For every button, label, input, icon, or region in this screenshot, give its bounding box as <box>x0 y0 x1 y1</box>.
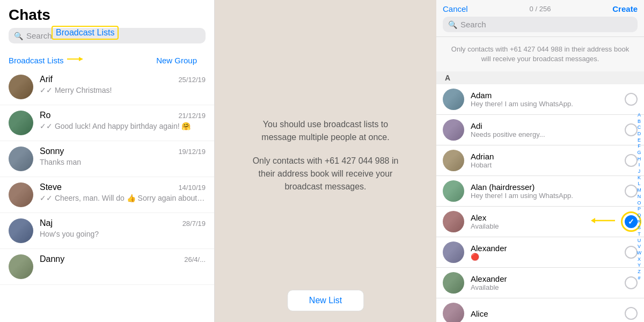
contact-name-adi: Adi <box>471 121 620 130</box>
chat-item-steve[interactable]: Steve 14/10/19 ✓✓ Cheers, man. Will do 👍… <box>0 177 214 213</box>
alpha-letter-d[interactable]: D <box>638 131 641 137</box>
alpha-letter-b[interactable]: B <box>638 119 641 125</box>
chat-content-arif: Arif 25/12/19 ✓✓ Merry Christmas! <box>40 75 206 94</box>
broadcast-label-wrapper: Broadcast Lists <box>9 55 83 65</box>
contact-status-adrian: Hobart <box>471 161 620 169</box>
contact-item-alice[interactable]: Alice <box>436 298 644 322</box>
chat-time-danny: 26/4/... <box>184 255 206 264</box>
alpha-letter-i[interactable]: I <box>639 162 640 169</box>
avatar-alice <box>443 303 464 322</box>
broadcast-annotation-label: Broadcast Lists <box>56 28 114 37</box>
alpha-letter-w[interactable]: W <box>637 250 642 257</box>
right-notice: Only contacts with +61 427 044 988 in th… <box>436 37 644 71</box>
avatar-ro <box>9 111 33 135</box>
chat-name-steve: Steve <box>40 182 62 192</box>
chat-name-ro: Ro <box>40 111 50 120</box>
alpha-letter-z[interactable]: Z <box>638 269 641 275</box>
broadcast-lists-link[interactable]: Broadcast Lists <box>9 56 64 65</box>
alpha-letter-n[interactable]: N <box>638 194 641 200</box>
alpha-letter-c[interactable]: C <box>638 125 641 131</box>
avatar-adi <box>443 119 464 141</box>
alpha-letter-j[interactable]: J <box>638 169 641 175</box>
contact-item-alex[interactable]: Alex Available ✓ <box>436 207 644 237</box>
section-letter-a: A <box>436 71 644 84</box>
avatar-sonny <box>9 147 33 171</box>
chat-time-arif: 25/12/19 <box>178 76 206 84</box>
new-group-link[interactable]: New Group <box>156 56 197 65</box>
right-search-bar[interactable]: 🔍 Search <box>443 17 638 32</box>
chat-item-sonny[interactable]: Sonny 19/12/19 Thanks man <box>0 141 214 177</box>
alpha-letter-u[interactable]: U <box>638 238 641 244</box>
chat-content-naj: Naj 28/7/19 How's you going? <box>40 218 206 238</box>
chat-content-ro: Ro 21/12/19 ✓✓ Good luck! And happy birt… <box>40 111 206 130</box>
broadcast-row: Broadcast Lists New Group <box>9 53 206 69</box>
alpha-letter-r[interactable]: R <box>638 219 641 225</box>
alpha-letter-a[interactable]: A <box>638 112 641 119</box>
search-icon: 🔍 <box>14 32 23 40</box>
contact-item-alexander1[interactable]: Alexander 🔴 <box>436 237 644 268</box>
alpha-letter-y[interactable]: Y <box>638 262 641 269</box>
chat-time-ro: 21/12/19 <box>178 112 206 120</box>
chat-name-row-danny: Danny 26/4/... <box>40 254 206 264</box>
chat-name-danny: Danny <box>40 254 64 264</box>
right-top-row: Cancel 0 / 256 Create <box>443 4 638 13</box>
alpha-letter-o[interactable]: O <box>637 200 641 207</box>
contact-info-adi: Adi Needs positive energy... <box>471 121 620 138</box>
contact-status-alexander1: 🔴 <box>471 253 620 261</box>
avatar-adrian <box>443 150 464 171</box>
right-search-placeholder: Search <box>460 20 486 29</box>
alpha-letter-q[interactable]: Q <box>637 213 641 219</box>
broadcast-lists-annotation: Broadcast Lists <box>52 26 119 40</box>
avatar-naj <box>9 218 33 243</box>
alpha-letter-l[interactable]: L <box>638 181 640 187</box>
right-header: Cancel 0 / 256 Create 🔍 Search <box>436 0 644 37</box>
alpha-letter-#[interactable]: # <box>638 275 640 282</box>
avatar-steve <box>9 182 33 207</box>
contact-info-adam: Adam Hey there! I am using WhatsApp. <box>471 91 620 108</box>
checkmark-icon: ✓ <box>628 218 634 225</box>
left-panel: Chats 🔍 Search Broadcast Lists Broadcast… <box>0 0 215 322</box>
cancel-button[interactable]: Cancel <box>443 4 468 13</box>
chat-preview-arif: ✓✓ Merry Christmas! <box>40 86 206 94</box>
right-panel: Cancel 0 / 256 Create 🔍 Search Only cont… <box>436 0 644 322</box>
contact-item-alexander2[interactable]: Alexander Available <box>436 268 644 298</box>
alpha-letter-h[interactable]: H <box>638 156 641 163</box>
chat-item-naj[interactable]: Naj 28/7/19 How's you going? <box>0 213 214 249</box>
chat-name-row-ro: Ro 21/12/19 <box>40 111 206 120</box>
contact-status-adi: Needs positive energy... <box>471 130 620 138</box>
contact-status-alexander2: Available <box>471 283 620 291</box>
chat-content-steve: Steve 14/10/19 ✓✓ Cheers, man. Will do 👍… <box>40 182 206 202</box>
middle-panel: You should use broadcast lists to messag… <box>215 0 436 322</box>
chat-name-sonny: Sonny <box>40 147 64 156</box>
alpha-letter-t[interactable]: T <box>638 231 641 238</box>
chat-item-danny[interactable]: Danny 26/4/... <box>0 249 214 285</box>
contact-item-adi[interactable]: Adi Needs positive energy... <box>436 115 644 145</box>
alpha-letter-v[interactable]: V <box>638 244 641 250</box>
alpha-letter-p[interactable]: P <box>638 206 641 213</box>
chat-name-row-steve: Steve 14/10/19 <box>40 182 206 192</box>
contact-status-alex: Available <box>471 222 620 230</box>
alpha-index[interactable]: ABCDEFGHIJKLMNOPQRSTUVWXYZ# <box>634 71 644 322</box>
alpha-letter-k[interactable]: K <box>638 175 641 181</box>
alpha-letter-f[interactable]: F <box>638 143 641 150</box>
alpha-letter-g[interactable]: G <box>637 150 641 156</box>
avatar-alan <box>443 180 464 202</box>
char-count: 0 / 256 <box>530 5 551 13</box>
alpha-letter-s[interactable]: S <box>638 225 641 231</box>
chat-list: Arif 25/12/19 ✓✓ Merry Christmas! Ro 21/… <box>0 69 214 322</box>
alpha-letter-m[interactable]: M <box>637 187 641 194</box>
create-button[interactable]: Create <box>612 4 638 13</box>
new-list-button[interactable]: New List <box>287 290 364 311</box>
chat-name-row-naj: Naj 28/7/19 <box>40 218 206 228</box>
chat-preview-sonny: Thanks man <box>40 158 206 166</box>
contact-item-adrian[interactable]: Adrian Hobart <box>436 145 644 176</box>
contact-name-alex: Alex <box>471 213 620 222</box>
chat-item-arif[interactable]: Arif 25/12/19 ✓✓ Merry Christmas! <box>0 69 214 105</box>
alpha-letter-x[interactable]: X <box>638 257 641 263</box>
contact-info-alexander1: Alexander 🔴 <box>471 244 620 261</box>
contact-item-alan[interactable]: Alan (hairdresser) Hey there! I am using… <box>436 176 644 207</box>
contact-item-adam[interactable]: Adam Hey there! I am using WhatsApp. <box>436 84 644 115</box>
chat-item-ro[interactable]: Ro 21/12/19 ✓✓ Good luck! And happy birt… <box>0 105 214 141</box>
alpha-letter-e[interactable]: E <box>638 137 641 144</box>
avatar-alexander2 <box>443 272 464 294</box>
